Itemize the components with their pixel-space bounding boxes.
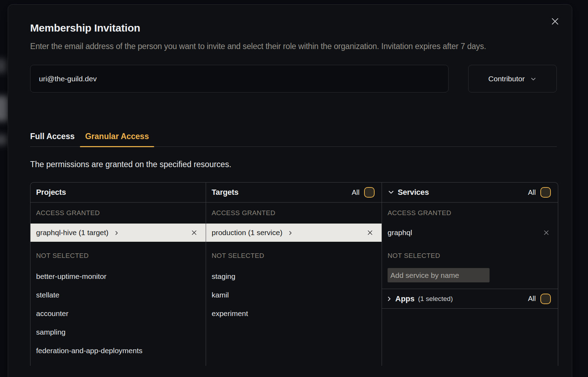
add-service-input[interactable]	[388, 268, 490, 282]
apps-expander[interactable]: Apps (1 selected) All	[382, 289, 558, 309]
tab-full-access[interactable]: Full Access	[25, 131, 80, 146]
apps-all-checkbox[interactable]	[540, 294, 551, 304]
chevron-down-icon	[530, 76, 536, 82]
granted-target-name: production (1 service)	[212, 228, 282, 237]
granted-project-row[interactable]: graphql-hive (1 target)	[30, 224, 206, 242]
chevron-right-icon	[114, 230, 119, 236]
invite-form-row: Contributor	[30, 65, 557, 92]
remove-target-button[interactable]	[367, 229, 373, 236]
dialog-description: Enter the email address of the person yo…	[30, 40, 556, 53]
chevron-down-icon	[388, 189, 395, 196]
target-item[interactable]: experiment	[206, 304, 382, 323]
targets-header: Targets All	[206, 183, 382, 203]
targets-title: Targets	[212, 188, 238, 197]
apps-selected-count: (1 selected)	[418, 295, 453, 303]
services-header[interactable]: Services All	[382, 183, 558, 203]
granted-project-name: graphql-hive (1 target)	[36, 228, 109, 237]
email-input[interactable]	[30, 65, 449, 92]
remove-project-button[interactable]	[191, 229, 197, 236]
chevron-right-icon	[288, 230, 293, 236]
access-granted-label: ACCESS GRANTED	[206, 203, 382, 224]
not-selected-label: NOT SELECTED	[30, 251, 206, 261]
role-value: Contributor	[488, 75, 525, 83]
role-select[interactable]: Contributor	[468, 65, 557, 92]
background-blur-artifact	[0, 135, 8, 145]
targets-list: staging kamil experiment	[206, 267, 382, 323]
projects-list: better-uptime-monitor stellate accounter…	[30, 267, 206, 360]
services-title: Services	[398, 188, 429, 197]
close-icon	[543, 229, 549, 236]
close-icon	[367, 229, 373, 236]
access-tabs: Full Access Granular Access	[30, 131, 557, 147]
dialog-title: Membership Invitation	[30, 22, 557, 34]
not-selected-label: NOT SELECTED	[206, 251, 382, 261]
membership-invitation-dialog: Membership Invitation Enter the email ad…	[8, 4, 572, 377]
project-item[interactable]: better-uptime-monitor	[30, 267, 206, 286]
screen: Membership Invitation Enter the email ad…	[0, 0, 588, 377]
services-select-all[interactable]: All	[528, 187, 551, 198]
not-selected-label: NOT SELECTED	[382, 251, 558, 261]
projects-header: Projects	[30, 183, 206, 203]
close-icon	[551, 17, 559, 26]
access-granted-label: ACCESS GRANTED	[30, 203, 206, 224]
apps-label: Apps	[395, 294, 415, 303]
project-item[interactable]: stellate	[30, 286, 206, 304]
targets-column: Targets All ACCESS GRANTED production (1…	[206, 183, 382, 366]
project-item[interactable]: sampling	[30, 323, 206, 341]
permissions-note: The permissions are granted on the speci…	[30, 159, 557, 170]
all-label: All	[528, 188, 536, 197]
target-item[interactable]: staging	[206, 267, 382, 286]
granted-target-row[interactable]: production (1 service)	[206, 224, 382, 242]
targets-all-checkbox[interactable]	[364, 187, 375, 198]
projects-title: Projects	[36, 188, 66, 197]
services-column: Services All ACCESS GRANTED graphql	[382, 183, 558, 366]
all-label: All	[352, 188, 360, 197]
chevron-right-icon	[386, 296, 392, 302]
all-label: All	[528, 295, 536, 303]
projects-column: Projects ACCESS GRANTED graphql-hive (1 …	[30, 183, 206, 366]
apps-select-all[interactable]: All	[528, 294, 551, 304]
project-item[interactable]: federation-and-app-deployments	[30, 341, 206, 360]
remove-service-button[interactable]	[543, 229, 549, 236]
services-all-checkbox[interactable]	[540, 187, 551, 198]
tab-granular-access[interactable]: Granular Access	[80, 131, 154, 146]
resources-panel: Projects ACCESS GRANTED graphql-hive (1 …	[30, 182, 558, 366]
close-icon	[191, 229, 197, 236]
access-granted-label: ACCESS GRANTED	[382, 203, 558, 224]
granted-service-row: graphql	[382, 224, 558, 242]
background-blur-artifact	[0, 59, 7, 73]
target-item[interactable]: kamil	[206, 286, 382, 304]
targets-select-all[interactable]: All	[352, 187, 375, 198]
granted-service-name: graphql	[388, 228, 412, 237]
close-button[interactable]	[550, 16, 560, 26]
project-item[interactable]: accounter	[30, 304, 206, 323]
